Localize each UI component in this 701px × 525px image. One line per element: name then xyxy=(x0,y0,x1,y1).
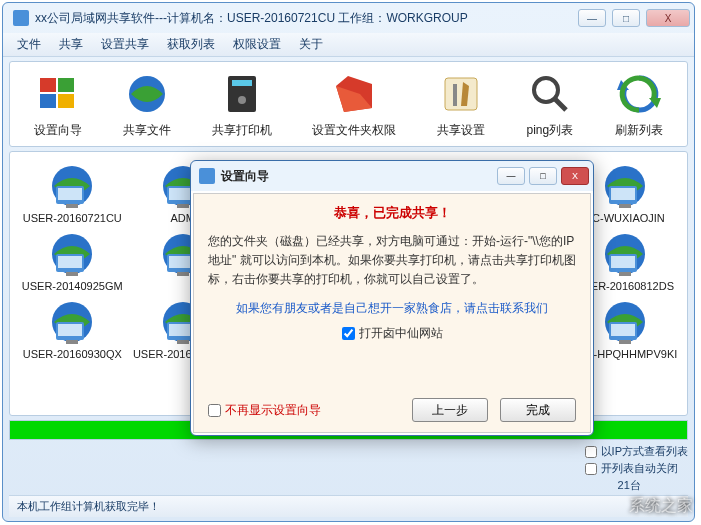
close-button[interactable]: X xyxy=(646,9,690,27)
menubar: 文件 共享 设置共享 获取列表 权限设置 关于 xyxy=(3,33,694,57)
computer-item[interactable]: USER-20160721CU xyxy=(18,160,127,224)
svg-rect-58 xyxy=(611,256,635,268)
svg-rect-8 xyxy=(445,78,477,110)
svg-rect-67 xyxy=(177,340,189,344)
computer-item[interactable]: USER-20160930QX xyxy=(18,296,127,360)
dialog-heading: 恭喜，已完成共享！ xyxy=(208,204,576,222)
computer-icon xyxy=(597,296,653,348)
svg-rect-62 xyxy=(58,324,82,336)
tb-refresh[interactable]: 刷新列表 xyxy=(615,70,663,139)
app-icon xyxy=(13,10,29,26)
globe-icon xyxy=(123,70,171,118)
svg-rect-0 xyxy=(40,78,56,92)
svg-rect-82 xyxy=(611,324,635,336)
svg-rect-6 xyxy=(232,80,252,86)
tb-label: 刷新列表 xyxy=(615,122,663,139)
svg-rect-35 xyxy=(619,204,631,208)
dialog-body: 恭喜，已完成共享！ 您的文件夹（磁盘）已经共享，对方电脑可通过：开始-运行-"\… xyxy=(193,193,591,433)
status-text: 本机工作组计算机获取完毕！ xyxy=(17,499,160,514)
wizard-dialog: 设置向导 — □ X 恭喜，已完成共享！ 您的文件夹（磁盘）已经共享，对方电脑可… xyxy=(190,160,594,436)
svg-point-7 xyxy=(238,96,246,104)
statusbar: 本机工作组计算机获取完毕！ xyxy=(9,495,688,517)
tb-wizard[interactable]: 设置向导 xyxy=(34,70,82,139)
menu-share[interactable]: 共享 xyxy=(51,34,91,55)
finish-button[interactable]: 完成 xyxy=(500,398,576,422)
dialog-titlebar: 设置向导 — □ X xyxy=(191,161,593,191)
options-bar: 以IP方式查看列表 开列表自动关闭 21台 xyxy=(9,444,688,493)
minimize-button[interactable]: — xyxy=(578,9,606,27)
magnifier-icon xyxy=(526,70,574,118)
tb-label: 共享打印机 xyxy=(212,122,272,139)
svg-rect-1 xyxy=(58,78,74,92)
refresh-icon xyxy=(615,70,663,118)
tb-label: 设置文件夹权限 xyxy=(312,122,396,139)
opt-ip-mode[interactable]: 以IP方式查看列表 xyxy=(585,444,688,459)
dialog-text: 您的文件夹（磁盘）已经共享，对方电脑可通过：开始-运行-"\\您的IP地址" 就… xyxy=(208,232,576,290)
computer-label: USER-20160930QX xyxy=(23,348,122,360)
chk-no-show[interactable]: 不再显示设置向导 xyxy=(208,402,321,419)
svg-rect-43 xyxy=(177,272,189,276)
dialog-close-button[interactable]: X xyxy=(561,167,589,185)
tb-label: ping列表 xyxy=(527,122,574,139)
computer-label: USER-20140925GM xyxy=(22,280,123,292)
tb-share-file[interactable]: 共享文件 xyxy=(123,70,171,139)
menu-set-share[interactable]: 设置共享 xyxy=(93,34,157,55)
computer-item[interactable]: USER-20140925GM xyxy=(18,228,127,292)
svg-rect-59 xyxy=(619,272,631,276)
windows-flag-icon xyxy=(34,70,82,118)
menu-about[interactable]: 关于 xyxy=(291,34,331,55)
toolbar: 设置向导 共享文件 共享打印机 设置文件夹权限 共享设置 ping列表 刷新列表 xyxy=(9,61,688,147)
tb-ping-list[interactable]: ping列表 xyxy=(526,70,574,139)
menu-file[interactable]: 文件 xyxy=(9,34,49,55)
prev-button[interactable]: 上一步 xyxy=(412,398,488,422)
svg-rect-63 xyxy=(66,340,78,344)
tb-folder-perm[interactable]: 设置文件夹权限 xyxy=(312,70,396,139)
tb-label: 共享设置 xyxy=(437,122,485,139)
server-icon xyxy=(218,70,266,118)
folder-icon xyxy=(330,70,378,118)
tb-label: 设置向导 xyxy=(34,122,82,139)
svg-rect-15 xyxy=(66,204,78,208)
window-controls: — □ X xyxy=(578,9,690,27)
svg-rect-2 xyxy=(40,94,56,108)
svg-rect-39 xyxy=(66,272,78,276)
computer-icon xyxy=(597,160,653,212)
maximize-button[interactable]: □ xyxy=(612,9,640,27)
chk-no-show-input[interactable] xyxy=(208,404,221,417)
computer-label: PC-WUXIAOJIN xyxy=(585,212,665,224)
dialog-link[interactable]: 如果您有朋友或者是自己想开一家熟食店，请点击联系我们 xyxy=(208,300,576,317)
menu-get-list[interactable]: 获取列表 xyxy=(159,34,223,55)
tools-icon xyxy=(437,70,485,118)
svg-rect-34 xyxy=(611,188,635,200)
svg-rect-14 xyxy=(58,188,82,200)
svg-rect-9 xyxy=(453,84,457,106)
dialog-minimize-button[interactable]: — xyxy=(497,167,525,185)
menu-permissions[interactable]: 权限设置 xyxy=(225,34,289,55)
svg-line-11 xyxy=(554,98,566,110)
computer-icon xyxy=(44,296,100,348)
tb-share-printer[interactable]: 共享打印机 xyxy=(212,70,272,139)
tb-share-settings[interactable]: 共享设置 xyxy=(437,70,485,139)
dialog-icon xyxy=(199,168,215,184)
computer-icon xyxy=(44,228,100,280)
tb-label: 共享文件 xyxy=(123,122,171,139)
count-label: 21台 xyxy=(585,478,688,493)
svg-rect-83 xyxy=(619,340,631,344)
computer-icon xyxy=(44,160,100,212)
chk-open-site-input[interactable] xyxy=(342,327,355,340)
opt-auto-close[interactable]: 开列表自动关闭 xyxy=(585,461,688,476)
svg-rect-19 xyxy=(177,204,189,208)
window-title: xx公司局域网共享软件---计算机名：USER-20160721CU 工作组：W… xyxy=(35,10,578,27)
svg-rect-38 xyxy=(58,256,82,268)
computer-label: USER-20160721CU xyxy=(23,212,122,224)
computer-icon xyxy=(597,228,653,280)
dialog-title: 设置向导 xyxy=(221,168,497,185)
chk-open-site[interactable]: 打开卤中仙网站 xyxy=(208,325,576,342)
svg-rect-3 xyxy=(58,94,74,108)
dialog-maximize-button[interactable]: □ xyxy=(529,167,557,185)
titlebar: xx公司局域网共享软件---计算机名：USER-20160721CU 工作组：W… xyxy=(3,3,694,33)
